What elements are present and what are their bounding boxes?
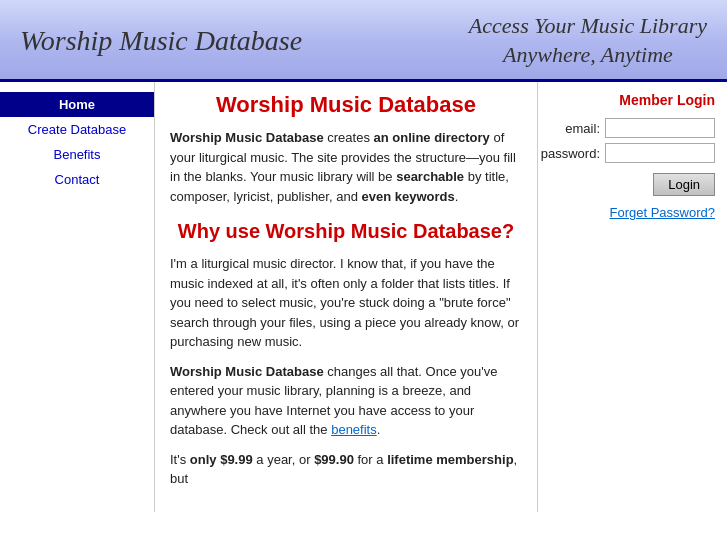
brand-name-intro: Worship Music Database xyxy=(170,130,324,145)
intro-bold-2: searchable xyxy=(396,169,464,184)
intro-span-4: . xyxy=(455,189,459,204)
benefits-link[interactable]: benefits xyxy=(331,422,377,437)
sidebar-item-create-database[interactable]: Create Database xyxy=(0,117,154,142)
brand-name-body: Worship Music Database xyxy=(170,364,324,379)
sidebar-item-contact[interactable]: Contact xyxy=(0,167,154,192)
email-input[interactable] xyxy=(605,118,715,138)
password-input[interactable] xyxy=(605,143,715,163)
email-label: email: xyxy=(540,121,600,136)
intro-text: Worship Music Database creates an online… xyxy=(170,128,522,206)
password-label: password: xyxy=(540,146,600,161)
site-logo: Worship Music Database xyxy=(20,25,302,57)
header-tagline: Access Your Music LibraryAnywhere, Anyti… xyxy=(469,12,707,69)
sidebar: Home Create Database Benefits Contact xyxy=(0,82,155,512)
intro-span-1: creates xyxy=(324,130,374,145)
main-content: Worship Music Database Worship Music Dat… xyxy=(155,82,537,512)
pricing-text: It's only $9.99 a year, or $99.90 for a … xyxy=(170,450,522,489)
pricing-bold-3: lifetime membership xyxy=(387,452,513,467)
right-panel: Member Login email: password: Login Forg… xyxy=(537,82,727,512)
page-header: Worship Music Database Access Your Music… xyxy=(0,0,727,82)
intro-bold-1: an online directory xyxy=(374,130,490,145)
sidebar-item-benefits[interactable]: Benefits xyxy=(0,142,154,167)
sidebar-item-home[interactable]: Home xyxy=(0,92,154,117)
member-login-label: Member Login xyxy=(550,92,715,108)
pricing-bold-1: only $9.99 xyxy=(190,452,253,467)
pricing-span-1: It's xyxy=(170,452,190,467)
password-row: password: xyxy=(540,143,715,163)
login-form: email: password: Login Forget Password? xyxy=(550,118,715,220)
forget-password-link[interactable]: Forget Password? xyxy=(610,205,716,220)
login-button[interactable]: Login xyxy=(653,173,715,196)
login-button-row: Login xyxy=(653,173,715,196)
pricing-span-2: a year, or xyxy=(253,452,314,467)
body-paragraph-1: I'm a liturgical music director. I know … xyxy=(170,254,522,352)
page-title: Worship Music Database xyxy=(170,92,522,118)
email-row: email: xyxy=(540,118,715,138)
why-title: Why use Worship Music Database? xyxy=(170,218,522,244)
main-layout: Home Create Database Benefits Contact Wo… xyxy=(0,82,727,512)
body-span-3: . xyxy=(377,422,381,437)
body-paragraph-2: Worship Music Database changes all that.… xyxy=(170,362,522,440)
pricing-span-3: for a xyxy=(354,452,387,467)
pricing-bold-2: $99.90 xyxy=(314,452,354,467)
intro-bold-3: even keywords xyxy=(361,189,454,204)
